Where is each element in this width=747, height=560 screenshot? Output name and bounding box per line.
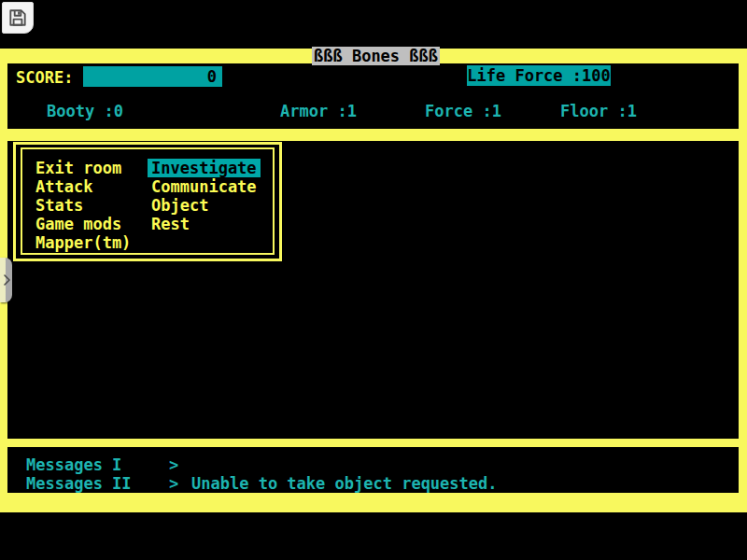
action-menu-column-1: Exit room Attack Stats Game mods Mapper(…: [35, 159, 131, 252]
chevron-right-icon: [3, 274, 10, 286]
stat-floor: Floor :1: [560, 102, 637, 120]
messages-2-prompt: >: [169, 474, 178, 493]
score-label: SCORE:: [16, 67, 73, 88]
life-force-badge: Life Force :100: [467, 65, 611, 86]
stat-booty: Booty :0: [47, 102, 123, 120]
menu-item-communicate[interactable]: Communicate: [151, 177, 257, 196]
menu-item-exit-room[interactable]: Exit room: [35, 159, 131, 177]
messages-1-label: Messages I: [26, 455, 121, 474]
menu-item-mapper[interactable]: Mapper(tm): [35, 233, 131, 252]
scoreboard-panel: SCORE: 0 Life Force :100 Booty :0 Armor …: [7, 63, 739, 129]
floppy-disk-icon: [7, 7, 28, 28]
save-button[interactable]: [2, 2, 34, 34]
score-value-bar: 0: [83, 66, 222, 87]
action-menu-column-2: Investigate Communicate Object Rest: [151, 159, 257, 233]
menu-item-attack[interactable]: Attack: [35, 177, 131, 196]
messages-2-label: Messages II: [26, 474, 132, 493]
stat-force: Force :1: [425, 102, 501, 120]
action-menu: Exit room Attack Stats Game mods Mapper(…: [13, 142, 282, 261]
menu-item-stats[interactable]: Stats: [35, 196, 131, 215]
menu-item-object[interactable]: Object: [151, 196, 257, 215]
menu-item-rest[interactable]: Rest: [151, 215, 257, 233]
messages-panel: Messages I > Messages II > Unable to tak…: [7, 447, 739, 493]
messages-1-prompt: >: [169, 455, 178, 474]
game-area-panel: Exit room Attack Stats Game mods Mapper(…: [7, 141, 739, 439]
messages-2-text: Unable to take object requested.: [191, 474, 498, 493]
stat-armor: Armor :1: [280, 102, 357, 120]
window-title: ßßß Bones ßßß: [312, 47, 440, 65]
sidebar-expand-tab[interactable]: [0, 258, 12, 302]
menu-item-investigate[interactable]: Investigate: [148, 159, 261, 177]
menu-item-game-mods[interactable]: Game mods: [35, 215, 131, 233]
game-screen: ßßß Bones ßßß SCORE: 0 Life Force :100 B…: [0, 0, 747, 560]
